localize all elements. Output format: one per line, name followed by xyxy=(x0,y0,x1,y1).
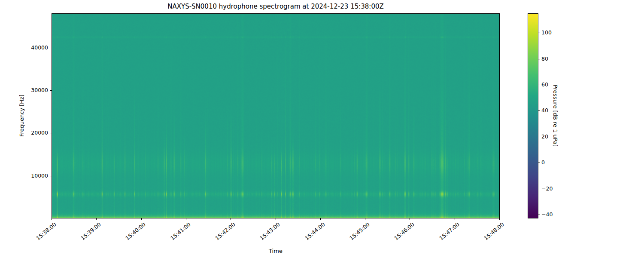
y-tick-mark xyxy=(50,48,52,48)
x-tick-label: 15:38:00 xyxy=(35,221,58,242)
y-tick-label: 10000 xyxy=(0,172,48,179)
colorbar-tick-mark xyxy=(538,215,540,215)
x-tick-mark xyxy=(186,218,186,220)
colorbar-tick-mark xyxy=(538,111,540,111)
x-tick-mark xyxy=(96,218,97,220)
colorbar-tick-mark xyxy=(538,189,540,189)
colorbar-tick-mark xyxy=(538,137,540,137)
colorbar-tick-label: 40 xyxy=(541,107,548,114)
x-tick-label: 15:45:00 xyxy=(348,221,371,242)
x-tick-label: 15:40:00 xyxy=(125,221,147,242)
colorbar-tick-label: 80 xyxy=(541,55,548,62)
y-tick-label: 30000 xyxy=(0,87,48,94)
colorbar-tick-mark xyxy=(538,163,540,163)
spectrogram-heatmap xyxy=(52,14,499,218)
colorbar-tick-label: −20 xyxy=(541,185,553,192)
colorbar-tick-label: 60 xyxy=(541,81,548,88)
colorbar-tick-mark xyxy=(538,33,540,33)
x-tick-mark xyxy=(455,218,455,220)
y-axis-label: Frequency [Hz] xyxy=(18,95,25,137)
x-tick-mark xyxy=(276,218,276,220)
x-tick-mark xyxy=(231,218,231,220)
colorbar-tick-mark xyxy=(538,59,540,59)
plot-area xyxy=(52,13,500,218)
colorbar-tick-label: 20 xyxy=(541,133,548,140)
x-axis-label: Time xyxy=(52,248,500,254)
x-tick-mark xyxy=(52,218,52,220)
y-tick-mark xyxy=(50,133,52,133)
colorbar-tick-label: 0 xyxy=(541,159,545,166)
x-tick-label: 15:43:00 xyxy=(258,221,281,242)
y-tick-mark xyxy=(50,176,52,176)
x-tick-label: 15:44:00 xyxy=(304,221,326,242)
chart-title: NAXYS-SN0010 hydrophone spectrogram at 2… xyxy=(52,3,500,10)
y-tick-mark xyxy=(50,90,52,91)
colorbar-tick-label: 100 xyxy=(541,29,552,36)
x-tick-label: 15:46:00 xyxy=(393,221,416,242)
x-tick-mark xyxy=(365,218,365,220)
x-tick-label: 15:48:00 xyxy=(483,221,505,242)
colorbar-tick-mark xyxy=(538,85,540,85)
x-tick-label: 15:42:00 xyxy=(214,221,237,242)
spectrogram-figure: NAXYS-SN0010 hydrophone spectrogram at 2… xyxy=(0,0,644,258)
x-tick-mark xyxy=(141,218,142,220)
colorbar xyxy=(528,13,538,218)
x-tick-label: 15:41:00 xyxy=(169,221,192,242)
x-tick-mark xyxy=(410,218,410,220)
x-tick-label: 15:47:00 xyxy=(438,221,461,242)
colorbar-tick-label: −40 xyxy=(541,211,553,218)
x-tick-label: 15:39:00 xyxy=(79,221,102,242)
x-tick-mark xyxy=(320,218,321,220)
colorbar-label: Pressure [dB re 1 uPa] xyxy=(552,85,559,147)
y-tick-label: 40000 xyxy=(0,44,48,51)
x-tick-mark xyxy=(499,218,500,220)
